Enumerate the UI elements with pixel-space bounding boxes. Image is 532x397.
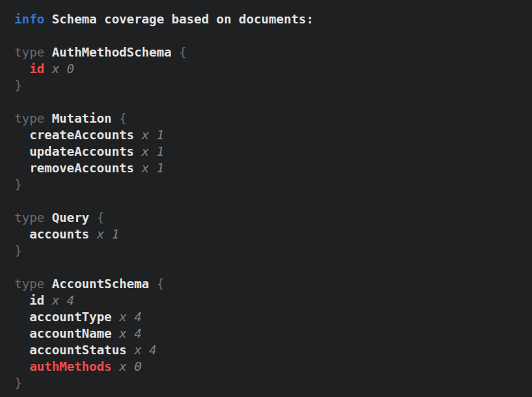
type-header-Mutation: type Mutation { [14,110,532,127]
field-count: x 0 [52,61,75,77]
field-name: createAccounts [30,127,135,143]
field-line: id x 4 [14,292,532,309]
field-line: accountName x 4 [14,325,532,342]
field-name: accountStatus [30,342,127,358]
type-keyword: type [14,210,44,226]
field-name: removeAccounts [30,160,135,176]
field-count: x 0 [119,358,142,375]
blank-line [14,259,532,276]
terminal-output: info Schema coverage based on documents:… [14,11,532,397]
type-header-AuthMethodSchema: type AuthMethodSchema { [14,44,532,61]
field-line: id x 0 [14,61,532,77]
field-count: x 4 [134,342,157,358]
info-label: info [14,11,44,28]
field-line: createAccounts x 1 [14,127,532,143]
field-line: updateAccounts x 1 [14,143,532,160]
type-keyword: type [14,276,44,292]
field-count: x 1 [141,160,164,176]
field-line: accountType x 4 [14,309,532,325]
close-brace: } [14,77,22,94]
type-footer: } [14,375,532,391]
type-header-AccountSchema: type AccountSchema { [14,276,532,292]
field-count: x 1 [97,226,119,243]
open-brace: { [179,44,186,61]
open-brace: { [119,110,127,127]
close-brace: } [14,375,22,391]
field-count: x 4 [119,325,142,342]
field-line: accounts x 1 [14,226,532,243]
close-brace: } [14,243,22,259]
type-footer: } [14,176,532,193]
field-count: x 1 [141,143,164,160]
type-name: AccountSchema [52,276,149,292]
field-name: accounts [30,226,90,243]
blank-line [14,193,532,210]
blank-line [14,94,532,110]
field-name: updateAccounts [30,143,135,160]
type-keyword: type [14,44,44,61]
open-brace: { [157,276,164,292]
field-name: authMethods [30,358,112,375]
type-footer: } [14,243,532,259]
close-brace: } [14,176,22,193]
type-name: Query [52,210,89,226]
field-count: x 4 [52,292,75,309]
field-line: removeAccounts x 1 [14,160,532,176]
field-line: authMethods x 0 [14,358,532,375]
field-name: accountName [30,325,112,342]
open-brace: { [97,210,104,226]
type-keyword: type [14,110,44,127]
field-line: accountStatus x 4 [14,342,532,358]
type-name: Mutation [52,110,112,127]
info-message: Schema coverage based on documents: [52,11,313,28]
field-name: id [30,61,45,77]
type-name: AuthMethodSchema [52,44,171,61]
info-line: info Schema coverage based on documents: [14,11,532,28]
type-footer: } [14,77,532,94]
field-count: x 4 [119,309,142,325]
blank-line [14,28,532,44]
field-count: x 1 [141,127,164,143]
type-header-Query: type Query { [14,210,532,226]
field-name: accountType [30,309,112,325]
field-name: id [30,292,45,309]
